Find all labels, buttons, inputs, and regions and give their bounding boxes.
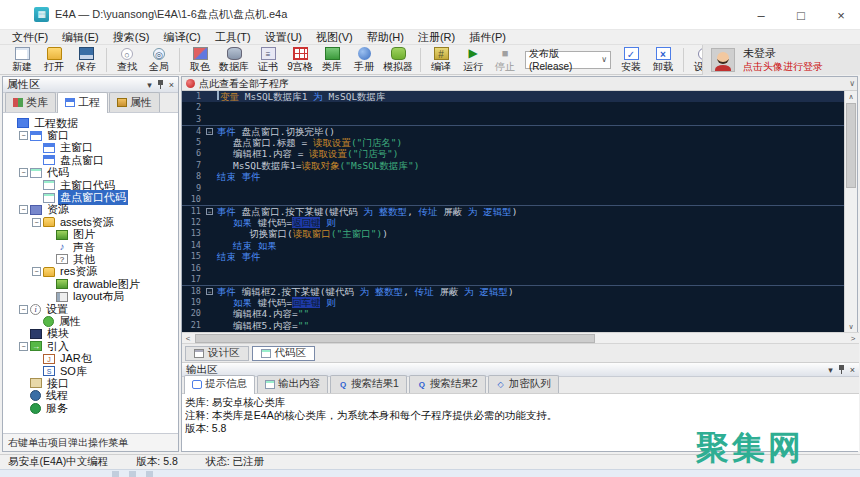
tree-item-service[interactable]: 服务 <box>3 402 178 414</box>
menu-item-c[interactable]: 编译(C) <box>157 30 206 45</box>
tree-expander-icon[interactable]: − <box>19 205 28 214</box>
editor-vertical-scrollbar[interactable]: ∧ ∨ <box>844 91 857 332</box>
emulator-button[interactable]: 模拟器 <box>380 45 416 75</box>
scroll-right-icon[interactable]: > <box>847 333 859 344</box>
manual-button[interactable]: 手册 <box>348 45 380 75</box>
tree-item-so-lib[interactable]: SSO库 <box>3 365 178 377</box>
code-line[interactable]: 15结束 事件 <box>182 251 846 262</box>
code-line[interactable]: 19如果 键代码=回车键 则 <box>182 297 846 308</box>
output-tab-search[interactable]: Q搜索结果1 <box>330 375 407 393</box>
certificate-button[interactable]: ≡证书 <box>252 45 284 75</box>
tree-item-layout[interactable]: layout布局 <box>3 290 178 302</box>
color-picker-button[interactable]: 取色 <box>184 45 216 75</box>
output-chevron-down-icon[interactable]: ▾ <box>828 365 833 375</box>
subroutine-bar[interactable]: 点此查看全部子程序 ∨ <box>182 77 857 91</box>
scroll-up-icon[interactable]: ∧ <box>845 91 857 102</box>
header-chevron-down-icon[interactable]: ∨ <box>849 79 857 88</box>
menu-item-s[interactable]: 搜索(S) <box>107 30 156 45</box>
tree-item-interface[interactable]: 接口 <box>3 377 178 389</box>
new-file-button[interactable]: 新建 <box>6 45 38 75</box>
output-tab-search[interactable]: Q搜索结果2 <box>409 375 486 393</box>
menu-item-v[interactable]: 视图(V) <box>310 30 359 45</box>
scroll-left-icon[interactable]: < <box>182 333 194 344</box>
code-line[interactable]: 4−事件 盘点窗口.切换完毕() <box>182 125 846 136</box>
tab-properties[interactable]: 属性 <box>109 92 160 112</box>
menu-item-e[interactable]: 编辑(E) <box>56 30 105 45</box>
code-line[interactable]: 20编辑框4.内容="" <box>182 308 846 319</box>
tree-expander-icon[interactable]: − <box>19 131 28 140</box>
vertical-scroll-thumb[interactable] <box>846 103 856 188</box>
code-line[interactable]: 1变量 MsSQL数据库1 为 MsSQL数据库 <box>182 91 846 102</box>
tree-expander-icon[interactable]: − <box>19 305 28 314</box>
tab-code-area[interactable]: 代码区 <box>252 346 316 361</box>
tree-item-settings-info[interactable]: −i设置 <box>3 303 178 315</box>
collapse-icon[interactable]: − <box>206 128 213 135</box>
open-folder-button[interactable]: 打开 <box>38 45 70 75</box>
code-line[interactable]: 10 <box>182 194 846 205</box>
output-tab-info[interactable]: 提示信息 <box>184 375 255 394</box>
save-disk-button[interactable]: 保存 <box>70 45 102 75</box>
run-button[interactable]: ▶运行 <box>457 45 489 75</box>
user-avatar[interactable] <box>711 48 735 72</box>
tree-item-code-file[interactable]: 盘点窗口代码 <box>3 191 178 203</box>
minimize-button[interactable]: – <box>752 8 770 23</box>
tree-item-module[interactable]: 模块 <box>3 328 178 340</box>
code-line[interactable]: 2 <box>182 102 846 113</box>
class-lib-button[interactable]: 类库 <box>316 45 348 75</box>
release-mode-select[interactable]: 发布版(Release)∨ <box>525 51 611 69</box>
menu-item-r[interactable]: 注册(R) <box>412 30 461 45</box>
menu-item-t[interactable]: 工具(T) <box>209 30 257 45</box>
find-button[interactable]: ○查找 <box>111 45 143 75</box>
tree-item-project-root[interactable]: 工程数据 <box>3 117 178 129</box>
collapse-icon[interactable]: − <box>206 288 213 295</box>
panel-pin-icon[interactable] <box>157 80 164 89</box>
menu-item-h[interactable]: 帮助(H) <box>361 30 410 45</box>
compile-button[interactable]: #编译 <box>425 45 457 75</box>
tab-design-area[interactable]: 设计区 <box>185 346 249 361</box>
code-line[interactable]: 18−事件 编辑框2.按下某键(键代码 为 整数型, 传址 屏蔽 为 逻辑型) <box>182 285 846 296</box>
install-button[interactable]: ✓安装 <box>615 45 647 75</box>
code-line[interactable]: 9 <box>182 183 846 194</box>
output-tab-shield[interactable]: ◇加密队列 <box>488 375 559 393</box>
code-line[interactable]: 14结束 如果 <box>182 240 846 251</box>
tree-item-jar[interactable]: JJAR包 <box>3 352 178 364</box>
menu-item-f[interactable]: 文件(F) <box>6 30 54 45</box>
tree-item-thread[interactable]: 线程 <box>3 390 178 402</box>
panel-chevron-down-icon[interactable]: ▾ <box>147 80 152 90</box>
code-editor[interactable]: 1变量 MsSQL数据库1 为 MsSQL数据库234−事件 盘点窗口.切换完毕… <box>182 91 846 332</box>
tree-expander-icon[interactable]: − <box>32 267 41 276</box>
global-find-button[interactable]: ◎全局 <box>143 45 175 75</box>
tree-item-window[interactable]: 盘点窗口 <box>3 154 178 166</box>
tab-project[interactable]: 工程 <box>57 92 108 113</box>
code-line[interactable]: 12如果 键代码=返回键 则 <box>182 217 846 228</box>
maximize-button[interactable]: □ <box>792 8 810 23</box>
code-line[interactable]: 16 <box>182 263 846 274</box>
tab-class-library[interactable]: 类库 <box>5 92 56 112</box>
uninstall-button[interactable]: ×卸载 <box>647 45 679 75</box>
menu-item-p[interactable]: 插件(P) <box>463 30 512 45</box>
code-line[interactable]: 7MsSQL数据库1=读取对象("MsSQL数据库") <box>182 160 846 171</box>
close-button[interactable]: × <box>832 8 850 23</box>
output-tab-output[interactable]: 输出内容 <box>257 375 328 393</box>
panel-close-icon[interactable]: × <box>169 80 174 90</box>
tree-expander-icon[interactable]: − <box>19 168 28 177</box>
code-line[interactable]: 11−事件 盘点窗口.按下某键(键代码 为 整数型, 传址 屏蔽 为 逻辑型) <box>182 205 846 216</box>
tree-expander-icon[interactable]: − <box>32 218 41 227</box>
database-button[interactable]: 数据库 <box>216 45 252 75</box>
code-line[interactable]: 13切换窗口(读取窗口("主窗口")) <box>182 228 846 239</box>
menu-item-u[interactable]: 设置(U) <box>259 30 308 45</box>
collapse-icon[interactable]: − <box>206 208 213 215</box>
horizontal-scroll-thumb[interactable] <box>195 334 595 343</box>
tree-item-gear-green[interactable]: 属性 <box>3 315 178 327</box>
code-line[interactable]: 6编辑框1.内容 = 读取设置("门店号") <box>182 148 846 159</box>
nine-grid-button[interactable]: 9宫格 <box>284 45 316 75</box>
login-hint-link[interactable]: 点击头像进行登录 <box>743 60 823 73</box>
code-line[interactable]: 17 <box>182 274 846 285</box>
output-close-icon[interactable]: × <box>850 365 855 375</box>
code-line[interactable]: 8结束 事件 <box>182 171 846 182</box>
code-line[interactable]: 21编辑框5.内容="" <box>182 320 846 331</box>
output-pin-icon[interactable] <box>838 365 845 374</box>
tree-expander-icon[interactable]: − <box>19 342 28 351</box>
editor-horizontal-scrollbar[interactable]: < > <box>182 332 859 344</box>
code-line[interactable]: 5盘点窗口.标题 = 读取设置("门店名") <box>182 137 846 148</box>
